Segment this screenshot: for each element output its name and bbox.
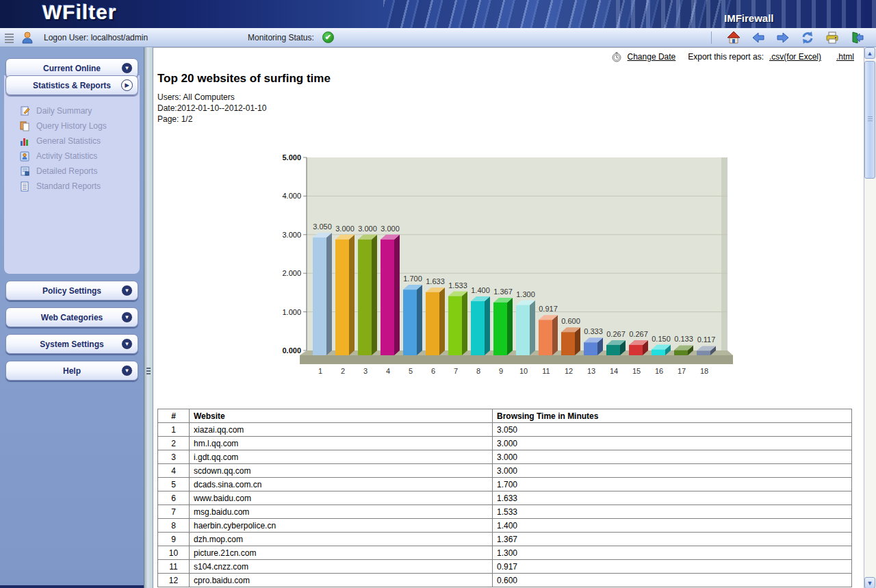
report-content: Change Date Export this report as: .csv(… [153, 47, 864, 588]
sidebar-item-activity-statistics[interactable]: Activity Statistics [19, 149, 140, 164]
svg-text:3.000: 3.000 [358, 225, 377, 233]
scroll-up-button[interactable]: ▲ [864, 47, 875, 59]
sidebar-section-help[interactable]: Help ▼ [5, 361, 138, 381]
sidebar-section-statistics-reports[interactable]: Statistics & Reports ▶ [5, 75, 138, 95]
table-cell: picture.21cn.com [190, 546, 493, 560]
sidebar-section-system-settings[interactable]: System Settings ▼ [5, 334, 138, 354]
sidebar-item-query-history-logs[interactable]: Query History Logs [19, 118, 140, 133]
report-actions: Change Date Export this report as: .csv(… [157, 51, 864, 63]
svg-text:15: 15 [632, 367, 641, 375]
table-row: 11s104.cnzz.com0.917 [158, 560, 852, 574]
general-statistics-icon [19, 136, 30, 146]
table-cell: 3.000 [493, 464, 852, 478]
forward-icon[interactable] [776, 31, 790, 44]
export-csv-link[interactable]: .csv(for Excel) [769, 52, 821, 62]
svg-text:0.917: 0.917 [539, 305, 558, 313]
svg-text:3.000: 3.000 [282, 231, 301, 239]
sidebar: Current Online ▼ Statistics & Reports ▶ … [0, 47, 144, 588]
chevron-down-icon: ▼ [121, 285, 133, 296]
imfirewall-label: IMFirewall [724, 12, 774, 24]
section-label: Help [63, 366, 81, 376]
back-icon[interactable] [751, 31, 765, 44]
status-ok-icon: ✔ [322, 31, 334, 43]
table-cell: 0.600 [493, 574, 852, 587]
svg-text:4.000: 4.000 [282, 192, 301, 200]
svg-text:1.633: 1.633 [426, 277, 445, 285]
svg-text:9: 9 [499, 367, 503, 375]
stopwatch-icon [611, 51, 622, 62]
table-cell: 7 [158, 505, 190, 519]
chevron-down-icon: ▼ [121, 62, 133, 74]
table-cell: 3.050 [493, 423, 852, 437]
daily-summary-icon [19, 105, 30, 116]
svg-text:1.367: 1.367 [493, 287, 513, 296]
page-title: Top 20 websites of surfing time [157, 72, 864, 86]
refresh-icon[interactable] [801, 31, 814, 44]
toolbar-separator [711, 31, 712, 44]
sidebar-item-detailed-reports[interactable]: Detailed Reports [19, 164, 140, 179]
sidebar-item-standard-reports[interactable]: Standard Reports [19, 179, 140, 194]
table-cell: xiazai.qq.com [190, 423, 493, 437]
print-icon[interactable] [825, 31, 839, 44]
home-icon[interactable] [727, 31, 740, 44]
svg-text:0.600: 0.600 [561, 317, 580, 325]
vertical-scrollbar[interactable]: ▲ ▼ [864, 47, 876, 588]
menu-icon[interactable] [3, 31, 16, 44]
sidebar-section-web-categories[interactable]: Web Categories ▼ [5, 307, 138, 327]
scrollbar-thumb[interactable] [864, 61, 875, 179]
svg-text:1.400: 1.400 [471, 286, 490, 294]
scroll-down-button[interactable]: ▼ [864, 577, 875, 588]
sidebar-item-general-statistics[interactable]: General Statistics [19, 133, 140, 149]
table-cell: 0.917 [493, 560, 852, 574]
table-cell: www.baidu.com [190, 491, 493, 505]
sidebar-section-policy-settings[interactable]: Policy Settings ▼ [5, 281, 138, 301]
banner: WFilter IMFirewall [0, 0, 876, 28]
table-cell: 1.367 [493, 533, 852, 546]
table-row: 1xiazai.qq.com3.050 [158, 423, 852, 437]
logout-icon[interactable] [850, 31, 864, 44]
svg-text:14: 14 [610, 367, 618, 375]
table-cell: hm.l.qq.com [190, 437, 493, 450]
table-cell: 10 [158, 546, 190, 560]
col-header-rank: # [158, 409, 190, 423]
svg-text:11: 11 [542, 367, 550, 375]
svg-text:1.700: 1.700 [403, 274, 422, 283]
table-cell: 9 [158, 533, 190, 546]
table-cell: 1.300 [493, 546, 852, 560]
svg-text:13: 13 [587, 367, 595, 375]
standard-reports-icon [19, 181, 30, 192]
sidebar-item-label: Daily Summary [36, 106, 92, 116]
table-row: 4scdown.qq.com3.000 [158, 464, 852, 478]
table-cell: 3 [158, 450, 190, 464]
user-icon[interactable] [21, 31, 34, 44]
table-cell: 5 [158, 478, 190, 491]
wfilter-app: WFilter IMFirewall Logon User: localhost… [0, 0, 876, 588]
svg-text:16: 16 [655, 367, 663, 375]
wfilter-logo: WFilter [42, 1, 117, 24]
svg-text:5.000: 5.000 [282, 153, 301, 162]
table-cell: 8 [158, 519, 190, 533]
sidebar-item-daily-summary[interactable]: Daily Summary [19, 103, 140, 118]
table-cell: 11 [158, 560, 190, 574]
sidebar-splitter[interactable] [144, 47, 153, 588]
sidebar-item-label: Activity Statistics [36, 151, 97, 161]
users-line: Users: All Computers [157, 92, 864, 103]
table-row: 6www.baidu.com1.633 [158, 491, 852, 505]
chevron-down-icon: ▼ [121, 365, 133, 376]
table-cell: i.gdt.qq.com [190, 450, 493, 464]
section-label: Current Online [43, 64, 101, 73]
svg-text:3.000: 3.000 [381, 225, 400, 233]
table-row: 2hm.l.qq.com3.000 [158, 437, 852, 450]
col-header-browsing-time: Browsing Time in Minutes [493, 409, 852, 423]
svg-text:1: 1 [318, 367, 322, 375]
surfing-time-bar-chart: 0.0001.0002.0003.0004.0005.0003.05013.00… [275, 150, 740, 386]
table-cell: s104.cnzz.com [190, 560, 493, 574]
table-cell: dzh.mop.com [190, 533, 493, 546]
sidebar-item-label: Standard Reports [36, 181, 101, 191]
chevron-down-icon: ▼ [121, 311, 133, 323]
svg-text:1.300: 1.300 [516, 290, 535, 298]
export-html-link[interactable]: .html [836, 52, 854, 62]
change-date-link[interactable]: Change Date [628, 52, 676, 62]
table-row: 5dcads.sina.com.cn1.700 [158, 478, 852, 491]
sidebar-item-label: Detailed Reports [36, 166, 97, 176]
